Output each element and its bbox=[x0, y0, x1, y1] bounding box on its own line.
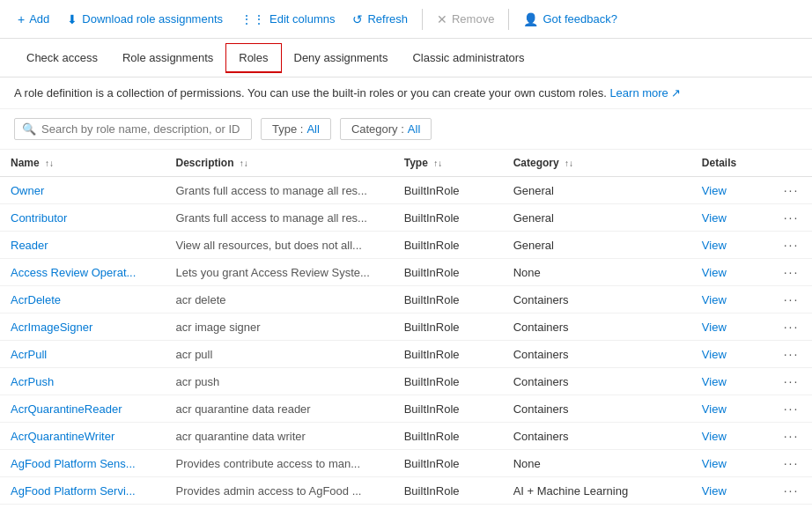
type-filter-pill[interactable]: Type : All bbox=[261, 118, 331, 140]
cell-name-6: AcrPull bbox=[0, 341, 165, 368]
cell-more-8[interactable]: ··· bbox=[771, 395, 812, 423]
view-link-1[interactable]: View bbox=[702, 211, 727, 225]
cell-desc-4: acr delete bbox=[165, 286, 393, 313]
cell-more-7[interactable]: ··· bbox=[771, 368, 812, 395]
download-label: Download role assignments bbox=[82, 12, 223, 26]
cell-details-9: View bbox=[691, 423, 771, 450]
cell-details-3: View bbox=[691, 259, 771, 286]
role-name-link-3[interactable]: Access Review Operat... bbox=[11, 266, 136, 279]
sort-icon-desc: ↑↓ bbox=[240, 159, 248, 168]
view-link-9[interactable]: View bbox=[702, 430, 727, 443]
cell-desc-8: acr quarantine data reader bbox=[165, 395, 393, 423]
role-name-link-9[interactable]: AcrQuarantineWriter bbox=[11, 430, 114, 443]
roles-table: Name ↑↓ Description ↑↓ Type ↑↓ Category … bbox=[0, 150, 812, 505]
col-header-category[interactable]: Category ↑↓ bbox=[503, 150, 691, 177]
roles-table-container: Name ↑↓ Description ↑↓ Type ↑↓ Category … bbox=[0, 150, 812, 515]
role-name-link-2[interactable]: Reader bbox=[11, 239, 48, 252]
role-name-link-8[interactable]: AcrQuarantineReader bbox=[11, 402, 122, 416]
sort-icon-name: ↑↓ bbox=[45, 159, 54, 168]
separator2 bbox=[508, 9, 509, 30]
cell-more-0[interactable]: ··· bbox=[771, 177, 812, 204]
cell-category-4: Containers bbox=[503, 286, 691, 313]
role-name-link-6[interactable]: AcrPull bbox=[11, 348, 47, 361]
cell-details-10: View bbox=[691, 450, 771, 477]
cell-desc-1: Grants full access to manage all res... bbox=[165, 204, 393, 232]
cell-category-6: Containers bbox=[503, 341, 691, 368]
cell-type-10: BuiltInRole bbox=[394, 450, 503, 477]
refresh-label: Refresh bbox=[367, 12, 408, 26]
sort-icon-type: ↑↓ bbox=[433, 159, 442, 168]
tab-deny-assignments[interactable]: Deny assignments bbox=[282, 42, 401, 75]
cell-more-11[interactable]: ··· bbox=[771, 477, 812, 505]
cell-more-5[interactable]: ··· bbox=[771, 313, 812, 341]
category-filter-value: All bbox=[408, 122, 420, 136]
cell-category-10: None bbox=[503, 450, 691, 477]
edit-columns-button[interactable]: ⋮⋮ Edit columns bbox=[233, 8, 342, 31]
table-header-row: Name ↑↓ Description ↑↓ Type ↑↓ Category … bbox=[0, 150, 812, 177]
tab-check-access[interactable]: Check access bbox=[14, 42, 110, 75]
cell-type-4: BuiltInRole bbox=[394, 286, 503, 313]
cell-type-11: BuiltInRole bbox=[394, 477, 503, 505]
view-link-2[interactable]: View bbox=[702, 239, 727, 252]
col-header-details: Details bbox=[691, 150, 771, 177]
table-body: Owner Grants full access to manage all r… bbox=[0, 177, 812, 505]
sort-icon-cat: ↑↓ bbox=[565, 159, 573, 168]
cell-more-3[interactable]: ··· bbox=[771, 259, 812, 286]
tab-roles[interactable]: Roles bbox=[225, 43, 281, 73]
role-name-link-7[interactable]: AcrPush bbox=[11, 375, 54, 388]
cell-details-11: View bbox=[691, 477, 771, 505]
category-filter-label: Category : bbox=[351, 122, 404, 136]
col-header-name[interactable]: Name ↑↓ bbox=[0, 150, 165, 177]
view-link-3[interactable]: View bbox=[702, 266, 727, 279]
remove-button[interactable]: ✕ Remove bbox=[430, 8, 501, 31]
view-link-7[interactable]: View bbox=[702, 375, 727, 388]
cell-name-2: Reader bbox=[0, 232, 165, 259]
category-filter-pill[interactable]: Category : All bbox=[340, 118, 432, 140]
table-row: AgFood Platform Servi... Provides admin … bbox=[0, 477, 812, 505]
filter-row: 🔍 Type : All Category : All bbox=[0, 109, 812, 150]
learn-more-link[interactable]: Learn more ↗ bbox=[609, 86, 681, 100]
tab-role-assignments[interactable]: Role assignments bbox=[110, 42, 225, 75]
refresh-button[interactable]: ↺ Refresh bbox=[345, 8, 415, 31]
cell-more-4[interactable]: ··· bbox=[771, 286, 812, 313]
view-link-11[interactable]: View bbox=[702, 484, 727, 498]
role-name-link-4[interactable]: AcrDelete bbox=[11, 293, 61, 306]
view-link-6[interactable]: View bbox=[702, 348, 727, 361]
cell-type-9: BuiltInRole bbox=[394, 423, 503, 450]
cell-more-6[interactable]: ··· bbox=[771, 341, 812, 368]
view-link-5[interactable]: View bbox=[702, 321, 727, 334]
table-row: AcrQuarantineReader acr quarantine data … bbox=[0, 395, 812, 423]
cell-name-10: AgFood Platform Sens... bbox=[0, 450, 165, 477]
cell-name-4: AcrDelete bbox=[0, 286, 165, 313]
download-button[interactable]: ⬇ Download role assignments bbox=[60, 8, 230, 31]
role-name-link-5[interactable]: AcrImageSigner bbox=[11, 321, 92, 334]
cell-desc-0: Grants full access to manage all res... bbox=[165, 177, 393, 204]
info-banner: A role definition is a collection of per… bbox=[0, 77, 812, 109]
view-link-8[interactable]: View bbox=[702, 402, 727, 416]
col-header-description[interactable]: Description ↑↓ bbox=[165, 150, 393, 177]
search-icon: 🔍 bbox=[22, 122, 36, 136]
view-link-10[interactable]: View bbox=[702, 457, 727, 470]
cell-more-10[interactable]: ··· bbox=[771, 450, 812, 477]
add-icon: + bbox=[18, 12, 25, 26]
view-link-0[interactable]: View bbox=[702, 184, 727, 197]
feedback-label: Got feedback? bbox=[543, 12, 617, 26]
type-filter-value: All bbox=[306, 122, 319, 136]
role-name-link-11[interactable]: AgFood Platform Servi... bbox=[11, 484, 136, 498]
role-name-link-1[interactable]: Contributor bbox=[11, 211, 67, 225]
view-link-4[interactable]: View bbox=[702, 293, 727, 306]
role-name-link-10[interactable]: AgFood Platform Sens... bbox=[11, 457, 136, 470]
table-row: AcrDelete acr delete BuiltInRole Contain… bbox=[0, 286, 812, 313]
search-input[interactable] bbox=[41, 122, 244, 136]
cell-type-5: BuiltInRole bbox=[394, 313, 503, 341]
cell-details-4: View bbox=[691, 286, 771, 313]
cell-more-9[interactable]: ··· bbox=[771, 423, 812, 450]
col-header-type[interactable]: Type ↑↓ bbox=[394, 150, 503, 177]
cell-more-2[interactable]: ··· bbox=[771, 232, 812, 259]
feedback-button[interactable]: 👤 Got feedback? bbox=[516, 8, 624, 31]
cell-more-1[interactable]: ··· bbox=[771, 204, 812, 232]
add-button[interactable]: + Add bbox=[11, 8, 56, 31]
cell-type-7: BuiltInRole bbox=[394, 368, 503, 395]
tab-classic-administrators[interactable]: Classic administrators bbox=[400, 42, 536, 75]
role-name-link-0[interactable]: Owner bbox=[11, 184, 44, 197]
